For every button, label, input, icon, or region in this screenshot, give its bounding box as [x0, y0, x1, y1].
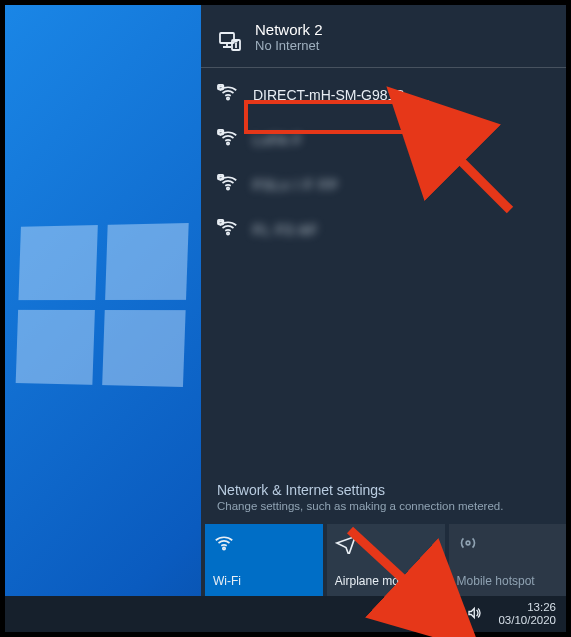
hotspot-icon	[457, 532, 559, 557]
svg-rect-14	[219, 222, 223, 225]
wifi-tile-label: Wi-Fi	[213, 574, 315, 588]
svg-point-16	[466, 541, 470, 545]
wifi-secured-icon	[217, 82, 239, 107]
svg-point-9	[227, 187, 229, 189]
svg-rect-8	[219, 132, 223, 135]
airplane-icon	[335, 532, 437, 557]
svg-point-2	[235, 40, 237, 42]
current-network-name: Network 2	[255, 21, 323, 38]
network-flyout: Network 2 No Internet DIRECT-mH-SM-G981B…	[201, 5, 566, 600]
annotation-highlight-ssid	[244, 100, 429, 134]
svg-point-6	[227, 142, 229, 144]
network-ssid: FSLx I F FP	[253, 177, 339, 193]
svg-point-15	[223, 547, 225, 549]
ethernet-no-internet-icon	[217, 25, 241, 57]
wifi-secured-icon	[217, 217, 239, 242]
current-network-status: No Internet	[255, 38, 323, 53]
hotspot-tile-label: Mobile hotspot	[457, 574, 559, 588]
airplane-tile-label: Airplane mode	[335, 574, 437, 588]
settings-link-title: Network & Internet settings	[217, 482, 550, 498]
network-item[interactable]: FSLx I F FP	[201, 162, 566, 207]
network-internet-settings-link[interactable]: Network & Internet settings Change setti…	[201, 470, 566, 520]
windows-logo-decor	[16, 223, 189, 387]
network-item[interactable]: FL F3 AF	[201, 207, 566, 252]
tray-clock[interactable]: 13:26 03/10/2020	[498, 601, 556, 627]
wifi-secured-icon	[217, 127, 239, 152]
wifi-secured-icon	[217, 172, 239, 197]
mobile-hotspot-tile[interactable]: Mobile hotspot	[449, 524, 567, 596]
tray-chevron-up-icon[interactable]	[376, 606, 390, 623]
airplane-mode-tile[interactable]: Airplane mode	[327, 524, 445, 596]
settings-link-subtitle: Change settings, such as making a connec…	[217, 500, 550, 512]
tray-time: 13:26	[498, 601, 556, 614]
taskbar: 13:26 03/10/2020	[5, 596, 566, 632]
svg-point-12	[227, 232, 229, 234]
svg-rect-5	[219, 87, 223, 90]
wifi-tile-icon	[213, 532, 315, 557]
tray-volume-icon[interactable]	[466, 604, 484, 625]
network-ssid: FL F3 AF	[253, 222, 318, 238]
current-network-header[interactable]: Network 2 No Internet	[201, 5, 566, 68]
svg-rect-11	[219, 177, 223, 180]
tray-date: 03/10/2020	[498, 614, 556, 627]
quick-action-tiles: Wi-Fi Airplane mode Mobile hotspot	[201, 520, 566, 600]
svg-point-3	[227, 97, 229, 99]
annotation-highlight-tray-network	[413, 598, 439, 628]
wifi-tile[interactable]: Wi-Fi	[205, 524, 323, 596]
